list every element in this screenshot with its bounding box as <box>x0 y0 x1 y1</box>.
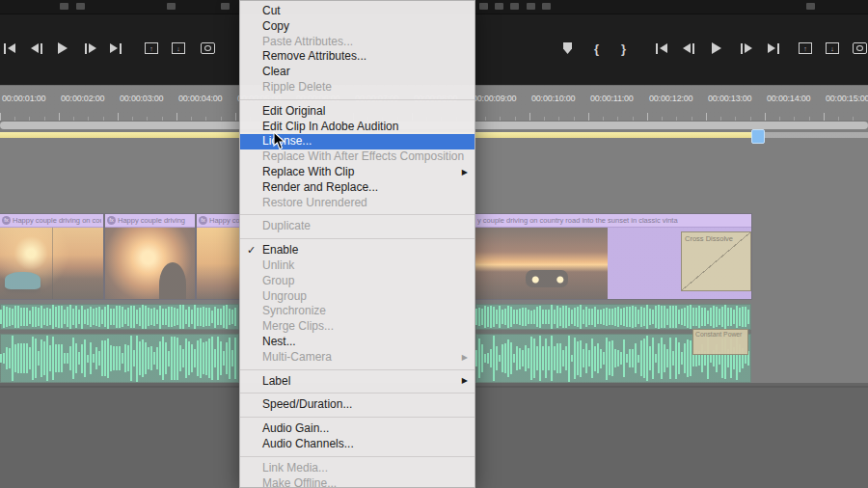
play-button[interactable] <box>58 40 68 57</box>
audio-lane <box>475 304 751 330</box>
step-back-icon <box>31 43 39 53</box>
menu-item-nest[interactable]: Nest... <box>240 335 475 350</box>
clip-context-menu: Cut Copy Paste Attributes... Remove Attr… <box>239 0 475 488</box>
export-frame-button[interactable] <box>201 40 215 57</box>
video-clip[interactable]: fx Happy couple driving <box>197 214 241 299</box>
add-marker-button[interactable] <box>563 40 572 57</box>
lift-button[interactable]: ↑ <box>799 40 812 57</box>
audio-clip[interactable]: Constant Power <box>475 304 751 383</box>
submenu-arrow-icon: ▶ <box>462 350 468 366</box>
premiere-timeline-panel: ↑ ↓ { } ↑ ↓ 00:00:01:00 00:00:02:00 00:0… <box>0 0 868 488</box>
extract-button[interactable]: ↓ <box>826 40 839 57</box>
lift-button[interactable]: ↑ <box>145 40 158 57</box>
clip-title: y couple driving on country road into th… <box>477 216 678 225</box>
timecode-label: 00:00:11:00 <box>590 94 634 103</box>
menu-item-license[interactable]: License... <box>240 134 475 149</box>
timecode-label: 00:00:14:00 <box>767 94 810 103</box>
menu-item-audio-gain[interactable]: Audio Gain... <box>240 421 475 437</box>
menu-item-label[interactable]: Label▶ <box>240 374 475 390</box>
menu-item-render-and-replace[interactable]: Render and Replace... <box>240 180 475 196</box>
menu-separator <box>240 417 475 418</box>
panel-edge-icon <box>60 3 68 10</box>
step-forward-button[interactable] <box>85 40 96 57</box>
export-frame-icon <box>201 42 215 54</box>
menu-separator <box>240 369 475 370</box>
menu-item-multi-camera: Multi-Camera▶ <box>240 350 475 366</box>
check-icon: ✓ <box>247 243 256 258</box>
export-frame-button[interactable] <box>853 40 867 57</box>
mark-in-button[interactable]: { <box>594 40 599 57</box>
play-icon <box>58 42 68 54</box>
menu-separator <box>240 238 475 239</box>
timecode-label: 00:00:04:00 <box>178 94 222 103</box>
timecode-label: 00:00:02:00 <box>61 94 104 103</box>
step-forward-icon <box>89 43 96 53</box>
timecode-label: 00:00:03:00 <box>120 94 163 103</box>
menu-item-replace-with-after-effects-composition: Replace With After Effects Composition <box>240 149 475 165</box>
extract-button[interactable]: ↓ <box>172 40 185 57</box>
video-clip[interactable]: fx Happy couple driving on count <box>0 214 103 299</box>
menu-item-merge-clips: Merge Clips... <box>240 319 475 335</box>
audio-lane <box>0 334 239 383</box>
menu-item-replace-with-clip[interactable]: Replace With Clip▶ <box>240 165 475 180</box>
work-area-end-handle[interactable] <box>751 129 765 144</box>
mark-out-icon: } <box>621 42 626 55</box>
step-back-button[interactable] <box>31 40 42 57</box>
menu-item-paste-attributes: Paste Attributes... <box>240 35 475 50</box>
menu-item-audio-channels[interactable]: Audio Channels... <box>240 437 475 452</box>
video-clip[interactable]: y couple driving on country road into th… <box>475 214 751 299</box>
timecode-label: 00:00:12:00 <box>649 94 692 103</box>
menu-item-copy[interactable]: Copy <box>240 19 475 35</box>
step-back-button[interactable] <box>683 40 694 57</box>
timecode-label: 00:00:10:00 <box>531 94 575 103</box>
mark-out-button[interactable]: } <box>621 40 626 57</box>
menu-item-clear[interactable]: Clear <box>240 65 475 80</box>
menu-item-edit-original[interactable]: Edit Original <box>240 104 475 120</box>
fx-badge-icon: fx <box>107 216 116 225</box>
menu-separator <box>240 99 475 100</box>
clip-title-bar: y couple driving on country road into th… <box>475 214 751 228</box>
extract-icon: ↓ <box>172 42 185 54</box>
play-button[interactable] <box>712 40 721 57</box>
go-to-in-icon <box>4 43 6 54</box>
go-to-in-icon <box>660 43 667 53</box>
audio-transition[interactable]: Constant Power <box>692 329 748 355</box>
menu-item-synchronize: Synchronize <box>240 304 475 319</box>
clip-thumbnail <box>197 228 241 299</box>
timecode-label: 00:00:09:00 <box>473 94 516 103</box>
clip-thumbnail <box>475 228 608 299</box>
audio-waveform <box>0 335 239 382</box>
audio-waveform <box>475 305 751 329</box>
transition-label: Cross Dissolve <box>685 234 733 243</box>
video-transition[interactable]: Cross Dissolve <box>681 231 751 291</box>
panel-edge-icon <box>495 3 503 10</box>
menu-separator <box>240 214 475 215</box>
fx-badge-icon: fx <box>2 216 11 225</box>
play-icon <box>712 42 721 54</box>
panel-edge-icon <box>527 3 535 10</box>
menu-item-enable[interactable]: ✓Enable <box>240 243 475 258</box>
go-to-in-button[interactable] <box>656 40 667 57</box>
menu-item-speed-duration[interactable]: Speed/Duration... <box>240 397 475 413</box>
clip-title-bar: fx Happy couple driving <box>197 214 241 228</box>
menu-item-remove-attributes[interactable]: Remove Attributes... <box>240 49 475 65</box>
lift-icon: ↑ <box>799 42 812 54</box>
go-to-out-button[interactable] <box>110 40 122 57</box>
panel-edge-icon <box>167 3 176 10</box>
menu-item-link-media: Link Media... <box>240 461 475 476</box>
lift-icon: ↑ <box>145 42 158 54</box>
menu-item-ripple-delete: Ripple Delete <box>240 80 475 95</box>
audio-lane <box>0 304 239 330</box>
audio-clip[interactable] <box>0 304 239 383</box>
video-clip[interactable]: fx Happy couple driving <box>105 214 195 299</box>
clip-thumbnail <box>105 228 195 299</box>
menu-item-cut[interactable]: Cut <box>240 4 475 19</box>
mark-in-icon: { <box>594 42 599 55</box>
go-to-in-button[interactable] <box>4 40 15 57</box>
timecode-label: 00:00:13:00 <box>708 94 751 103</box>
menu-item-group: Group <box>240 274 475 289</box>
go-to-out-button[interactable] <box>768 40 779 57</box>
menu-item-edit-clip-in-adobe-audition[interactable]: Edit Clip In Adobe Audition <box>240 120 475 135</box>
panel-edge-icon <box>510 3 519 10</box>
step-forward-button[interactable] <box>741 40 752 57</box>
